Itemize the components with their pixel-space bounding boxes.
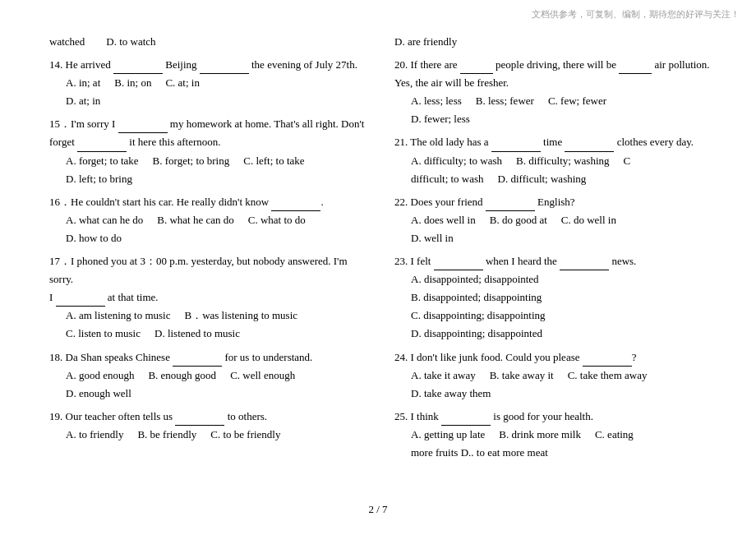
q15-optD: D. left; to bring — [66, 170, 370, 188]
q19-optC: C. to be friendly — [200, 426, 280, 444]
q21-optA: A. difficulty; to wash — [411, 152, 502, 170]
q14-optA: A. in; at — [66, 74, 100, 92]
q22-optB: B. do good at — [479, 211, 547, 229]
q14-block: 14. He arrived Beijing the evening of Ju… — [49, 56, 370, 110]
q15-stem: 15．I'm sorry I my homework at home. That… — [49, 115, 370, 151]
q18-optB: B. enough good — [137, 367, 216, 385]
q16-block: 16．He couldn't start his car. He really … — [49, 193, 370, 247]
q21-stem: 21. The old lady has a time clothes ever… — [394, 133, 715, 151]
q25-optCD-cont: more fruits D.. to eat more meat — [411, 444, 715, 462]
q17-block: 17．I phoned you at 3：00 p.m. yesterday, … — [49, 252, 370, 343]
q23-optA: A. disappointed; disappointed — [411, 270, 715, 288]
q15-block: 15．I'm sorry I my homework at home. That… — [49, 115, 370, 187]
q24-stem: 24. I don't like junk food. Could you pl… — [394, 348, 715, 367]
q17-optC: C. listen to music — [66, 325, 141, 343]
q-watched-text: watched D. to watch — [49, 35, 156, 48]
qr-friendly: D. are friendly — [394, 33, 715, 51]
q17-stem: 17．I phoned you at 3：00 p.m. yesterday, … — [49, 252, 370, 288]
watermark-text: 文档供参考，可复制、编制，期待您的好评与关注！ — [532, 8, 740, 21]
q19-stem: 19. Our teacher often tells us to others… — [49, 408, 370, 426]
page-footer: 2 / 7 — [0, 503, 756, 524]
q14-optC: C. at; in — [154, 74, 200, 92]
q19-block: 19. Our teacher often tells us to others… — [49, 408, 370, 444]
q21-optC: C — [613, 152, 631, 170]
q23-optD: D. disappointing; disappointed — [411, 325, 715, 343]
q20-optD: D. fewer; less — [411, 110, 715, 128]
q24-optD: D. take away them — [411, 385, 715, 403]
q15-optB: B. forget; to bring — [142, 152, 230, 170]
q15-optA: A. forget; to take — [66, 152, 139, 170]
q18-optA: A. good enough — [66, 367, 134, 385]
q14-optB: B. in; on — [104, 74, 151, 92]
q19-optB: B. be friendly — [127, 426, 196, 444]
q25-optB: B. drink more milk — [488, 426, 581, 444]
q21-optB: B. difficulty; washing — [505, 152, 610, 170]
q14-stem: 14. He arrived Beijing the evening of Ju… — [49, 56, 370, 74]
q18-optD: D. enough well — [66, 385, 370, 403]
q16-optB: B. what he can do — [146, 211, 234, 229]
page-content: watched D. to watch 14. He arrived Beiji… — [0, 0, 756, 495]
q16-optA: A. what can he do — [66, 211, 143, 229]
q15-optC: C. left; to take — [233, 152, 304, 170]
q20-block: 20. If there are people driving, there w… — [394, 56, 715, 128]
q16-optC: C. what to do — [237, 211, 306, 229]
q24-block: 24. I don't like junk food. Could you pl… — [394, 348, 715, 403]
q23-optC: C. disappointing; disappointing — [411, 307, 715, 325]
q16-stem: 16．He couldn't start his car. He really … — [49, 193, 370, 211]
q25-optC: C. eating — [584, 426, 634, 444]
q25-optA: A. getting up late — [411, 426, 485, 444]
q24-optB: B. take away it — [479, 367, 554, 385]
q17-optB: B．was listening to music — [173, 307, 297, 325]
q25-block: 25. I think is good for your health. A. … — [394, 408, 715, 462]
q-watched: watched D. to watch — [49, 33, 370, 51]
q17-cont: I at that time. — [49, 288, 370, 307]
q14-optD: D. at; in — [66, 92, 370, 110]
qr-friendly-text: D. are friendly — [394, 35, 457, 48]
q21-optC-cont: difficult; to wash — [411, 170, 484, 188]
q18-stem: 18. Da Shan speaks Chinese for us to und… — [49, 348, 370, 367]
q17-optD: D. listened to music — [144, 325, 240, 343]
q20-cont: Yes, the air will be fresher. — [394, 74, 715, 92]
q22-optA: A. does well in — [411, 211, 476, 229]
q22-stem: 22. Does your friend English? — [394, 193, 715, 211]
q18-optC: C. well enough — [219, 367, 295, 385]
q23-stem: 23. I felt when I heard the news. — [394, 252, 715, 270]
q24-optA: A. take it away — [411, 367, 476, 385]
q23-block: 23. I felt when I heard the news. A. dis… — [394, 252, 715, 343]
q20-stem: 20. If there are people driving, there w… — [394, 56, 715, 74]
q22-optD: D. well in — [411, 229, 715, 247]
q25-stem: 25. I think is good for your health. — [394, 408, 715, 426]
q23-optB: B. disappointed; disappointing — [411, 288, 715, 307]
q24-optC: C. take them away — [557, 367, 648, 385]
q21-block: 21. The old lady has a time clothes ever… — [394, 133, 715, 187]
q20-optC: C. few; fewer — [537, 92, 606, 110]
q20-optB: B. less; fewer — [465, 92, 534, 110]
q17-optA: A. am listening to music — [66, 307, 170, 325]
q20-optA: A. less; less — [411, 92, 462, 110]
q18-block: 18. Da Shan speaks Chinese for us to und… — [49, 348, 370, 403]
q21-optD: D. difficult; washing — [487, 170, 587, 188]
q16-optD: D. how to do — [66, 229, 370, 247]
page-number: 2 / 7 — [368, 503, 387, 515]
q22-block: 22. Does your friend English? A. does we… — [394, 193, 715, 247]
q22-optC: C. do well in — [551, 211, 616, 229]
q19-optA: A. to friendly — [66, 426, 123, 444]
